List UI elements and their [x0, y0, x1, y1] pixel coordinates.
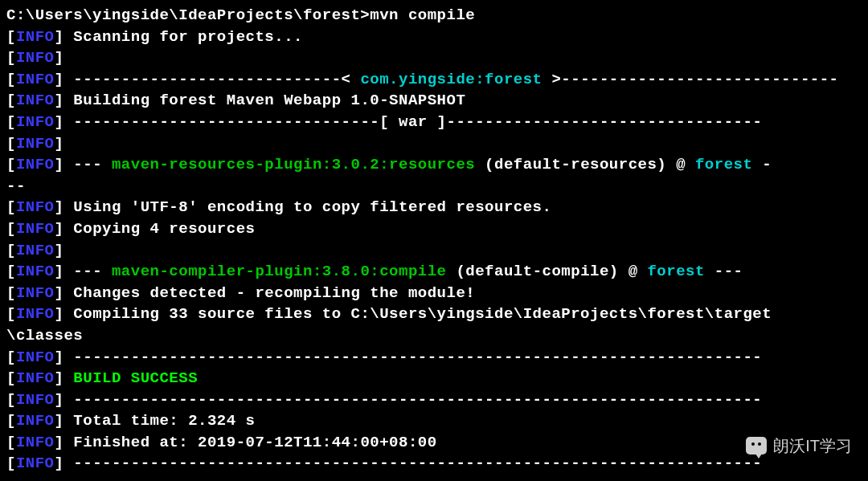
log-line-changes: [INFO] Changes detected - recompiling th… — [6, 283, 862, 304]
info-tag: INFO — [16, 391, 55, 409]
command-prompt: C:\Users\yingside\IdeaProjects\forest>mv… — [6, 6, 475, 24]
info-tag: INFO — [16, 349, 55, 366]
log-line-war: [INFO] --------------------------------[… — [6, 112, 862, 133]
info-tag: INFO — [16, 113, 55, 131]
info-tag: INFO — [16, 135, 55, 153]
project-name: forest — [647, 263, 704, 280]
log-line-cont: -- — [6, 176, 862, 198]
log-line-dash: [INFO] ---------------------------------… — [6, 347, 862, 369]
info-tag: INFO — [16, 156, 55, 173]
log-line-utf8: [INFO] Using 'UTF-8' encoding to copy fi… — [6, 197, 862, 218]
info-tag: INFO — [16, 71, 55, 88]
watermark: 朗沃IT学习 — [746, 434, 852, 457]
log-line-empty: [INFO] — [6, 133, 862, 155]
log-line-resources-plugin: [INFO] --- maven-resources-plugin:3.0.2:… — [6, 154, 862, 176]
log-line-compiling: [INFO] Compiling 33 source files to C:\U… — [6, 304, 862, 325]
plugin-compiler: maven-compiler-plugin:3.8.0:compile — [112, 263, 447, 280]
log-line-build-success: [INFO] BUILD SUCCESS — [6, 368, 862, 389]
info-tag: INFO — [16, 92, 55, 109]
info-tag: INFO — [16, 305, 55, 323]
log-line-finished-at: [INFO] Finished at: 2019-07-12T11:44:00+… — [6, 432, 862, 454]
info-tag: INFO — [16, 198, 55, 216]
info-tag: INFO — [16, 220, 55, 238]
info-tag: INFO — [16, 455, 55, 472]
info-tag: INFO — [16, 28, 55, 46]
project-name: forest — [695, 156, 752, 173]
log-line-copying: [INFO] Copying 4 resources — [6, 218, 862, 240]
info-tag: INFO — [16, 242, 55, 259]
log-line-empty: [INFO] — [6, 47, 862, 69]
info-tag: INFO — [16, 412, 55, 430]
info-tag: INFO — [16, 49, 55, 67]
log-line-classes-cont: \classes — [6, 325, 862, 347]
info-tag: INFO — [16, 284, 55, 302]
info-tag: INFO — [16, 434, 55, 451]
log-line-dash: [INFO] ---------------------------------… — [6, 453, 862, 475]
watermark-text: 朗沃IT学习 — [773, 434, 852, 457]
log-line-scan: [INFO] Scanning for projects... — [6, 26, 862, 48]
plugin-resources: maven-resources-plugin:3.0.2:resources — [112, 156, 475, 173]
log-line-empty: [INFO] — [6, 240, 862, 262]
wechat-icon — [746, 437, 767, 455]
log-line-total-time: [INFO] Total time: 2.324 s — [6, 410, 862, 432]
project-id: com.yingside:forest — [360, 71, 542, 88]
info-tag: INFO — [16, 263, 55, 280]
log-line-compiler-plugin: [INFO] --- maven-compiler-plugin:3.8.0:c… — [6, 261, 862, 283]
log-line-building: [INFO] Building forest Maven Webapp 1.0-… — [6, 90, 862, 112]
log-line-project-header: [INFO] ----------------------------< com… — [6, 69, 862, 91]
log-line-dash: [INFO] ---------------------------------… — [6, 389, 862, 411]
prompt-line: C:\Users\yingside\IdeaProjects\forest>mv… — [6, 5, 862, 26]
build-success: BUILD SUCCESS — [63, 369, 198, 387]
info-tag: INFO — [16, 369, 55, 387]
